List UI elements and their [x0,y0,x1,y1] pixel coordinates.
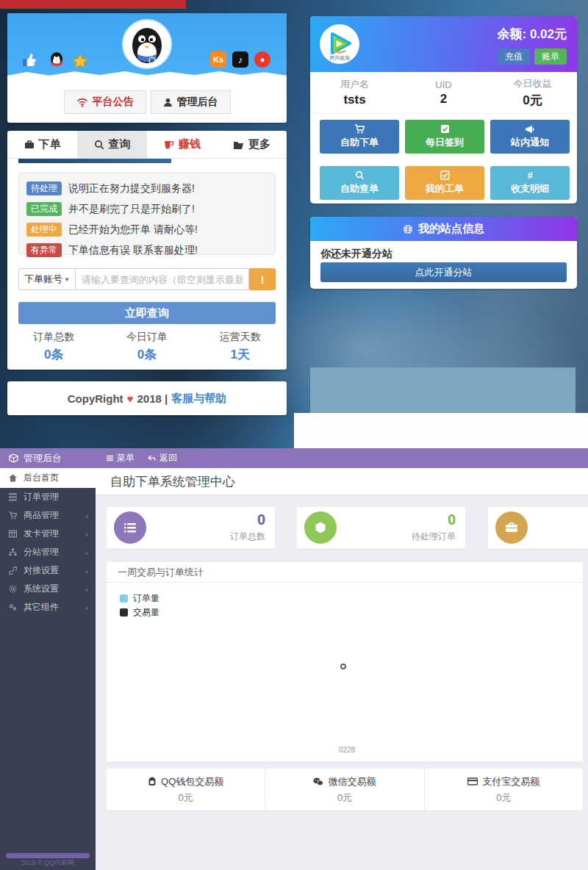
bars-icon [107,455,113,461]
open-substation-button[interactable]: 点此开通分站 [320,262,567,282]
info-label: 用户名 [310,78,399,91]
tab-order[interactable]: 下单 [7,131,77,158]
grid-button-label: 自助查单 [340,182,379,195]
payment-stats-card: QQ钱包交易额 0元 微信交易额 0元 支付宝交易额 0元 [107,769,583,810]
support-link[interactable]: 客服与帮助 [171,392,226,406]
uid-value: 2 [399,92,488,107]
info-label: UID [399,79,488,90]
back-arrow-icon [148,455,156,461]
chevron-left-icon: ‹ [85,548,88,557]
legend-item-volume[interactable]: 交易量 [120,605,159,619]
notice-row: 处理中 已经开始为您开单 请耐心等! [26,221,268,238]
daily-signin-button[interactable]: 每日签到 [405,120,484,154]
payment-stat-value: 0元 [337,791,352,805]
gradient-header: 腾讯视频 余额: 0.02元 充值 账单 [310,16,577,72]
wifi-icon [76,98,88,107]
qq-wallet-stat: QQ钱包交易额 0元 [107,769,265,810]
tab-more[interactable]: 更多 [217,131,287,158]
page-title: 自助下单系统管理中心 [96,468,588,495]
hexagon-icon [304,511,337,544]
user-info-row: 用户名 tsts UID 2 今日收益 0元 [310,72,577,114]
photo-background: Ks ♪ ● 平台公告 管理后台 下单 [0,0,588,448]
screenshot-stage: Ks ♪ ● 平台公告 管理后台 下单 [0,0,588,870]
menu-toggle-label: 菜单 [117,452,135,464]
chevron-left-icon: ‹ [85,585,88,594]
chart-card: 一周交易与订单统计 订单量 交易量 0228 [107,562,583,762]
tab-order-label: 下单 [39,137,61,151]
announce-button-label: 平台公告 [93,96,134,109]
stat-value: 0条 [7,346,101,363]
tab-query[interactable]: 查询 [77,131,147,158]
sidebar-item-cards[interactable]: 发卡管理 ‹ [0,525,96,543]
income-value: 0元 [488,92,577,109]
grid-button-label: 收支明细 [511,182,549,195]
legend-label: 交易量 [133,606,159,619]
cube-icon [9,453,18,463]
stat-days-running: 运营天数 1天 [193,331,287,363]
pipixia-glyph: ● [260,55,265,64]
qq-icon [148,777,157,786]
status-badge-pending: 待处理 [26,181,62,195]
list-icon [114,511,146,544]
stat-value: 0条 [101,346,194,363]
search-icon [355,170,365,180]
douyin-icon: ♪ [232,51,248,68]
my-tickets-button[interactable]: 我的工单 [405,166,484,200]
menu-toggle[interactable]: 菜单 [107,452,135,464]
announce-button[interactable]: 平台公告 [64,90,146,114]
alipay-stat: 支付宝交易额 0元 [424,769,583,810]
income-detail-button[interactable]: # 收支明细 [490,166,570,200]
sidebar-item-label: 系统设置 [24,583,59,595]
username-value: tsts [310,93,399,107]
heart-icon: ♥ [127,392,134,405]
sidebar-item-components[interactable]: 其它组件 ‹ [0,598,96,616]
site-info-card: 我的站点信息 你还未开通分站 点此开通分站 [310,217,577,289]
admin-brand[interactable]: 管理后台 [0,452,99,465]
sidebar-item-products[interactable]: 商品管理 ‹ [0,506,96,525]
red-strip [0,0,186,9]
home-icon [9,474,17,482]
sidebar-item-label: 分站管理 [24,546,59,558]
recharge-button[interactable]: 充值 [498,48,530,65]
cogs-icon [9,603,17,611]
chart-title: 一周交易与订单统计 [107,562,583,583]
status-badge-error: 有异常 [26,243,62,257]
balance: 余额: 0.02元 [498,26,567,43]
globe-icon [403,224,413,234]
bullhorn-icon [525,125,535,134]
thumbs-up-icon [22,51,38,68]
admin-main: 自助下单系统管理中心 0 订单总数 0 待处理订单 [96,468,588,870]
status-badge-done: 已完成 [26,202,62,216]
query-now-button[interactable]: 立即查询 [18,302,276,324]
stat-total-orders: 订单总数 0条 [7,331,101,363]
chevron-left-icon: ‹ [85,530,88,539]
admin-backend-button[interactable]: 管理后台 [151,90,231,114]
admin-sidebar: 后台首页 订单管理 商品管理 ‹ 发卡管理 ‹ 分站管理 ‹ [0,468,96,870]
balance-label: 余额: [498,27,527,41]
legend-item-orders[interactable]: 订单量 [120,592,159,605]
sidebar-item-substations[interactable]: 分站管理 ‹ [0,543,96,561]
bill-button[interactable]: 账单 [534,48,567,65]
table-icon [9,530,17,538]
self-query-button[interactable]: 自助查单 [320,166,399,200]
sidebar-item-api[interactable]: 对接设置 ‹ [0,561,96,580]
order-account-select[interactable]: 下单账号 ▼ [18,268,76,290]
sidebar-item-label: 商品管理 [24,509,59,522]
site-info-header: 我的站点信息 [310,217,577,241]
admin-brand-label: 管理后台 [24,452,62,465]
sidebar-item-label: 对接设置 [24,564,59,577]
stat-card-label: 订单总数 [230,531,265,543]
sidebar-item-system[interactable]: 系统设置 ‹ [0,580,96,598]
query-warn-button[interactable]: ! [249,268,276,290]
sidebar-item-home[interactable]: 后台首页 [0,468,96,488]
tab-earn[interactable]: 赚钱 [147,131,217,158]
site-notice-button[interactable]: 站内通知 [490,120,570,154]
info-label: 今日收益 [488,77,577,90]
briefcase-icon [24,140,35,149]
query-input[interactable] [76,268,249,290]
self-order-button[interactable]: 自助下单 [320,120,399,154]
chevron-left-icon: ‹ [85,603,88,612]
back-button-label: 返回 [159,452,177,464]
back-button[interactable]: 返回 [148,452,177,464]
sidebar-item-orders[interactable]: 订单管理 [0,488,96,506]
